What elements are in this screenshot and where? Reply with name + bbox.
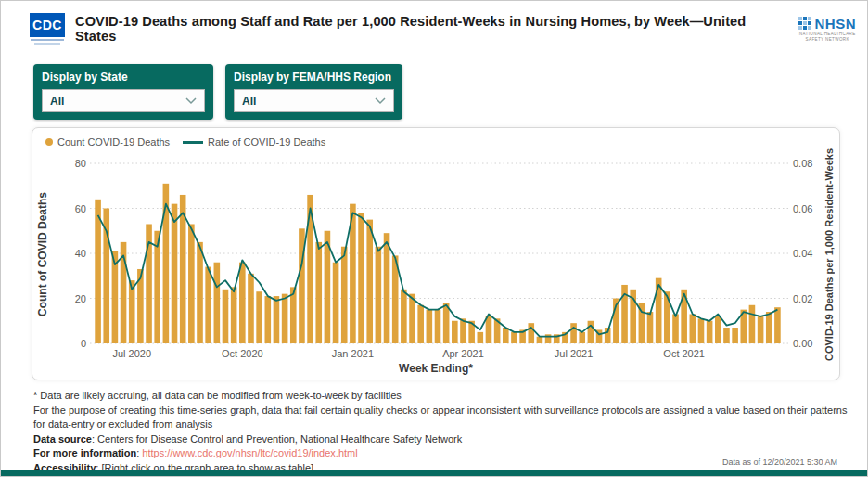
legend-item-rate[interactable]: Rate of COVID-19 Deaths bbox=[183, 136, 326, 148]
bar bbox=[579, 332, 585, 343]
right-axis-tick: 0.00 bbox=[793, 338, 812, 349]
filter-panel-state: Display by State All bbox=[33, 64, 213, 120]
cdc-logo-tagline-line bbox=[31, 39, 64, 41]
footnote-accruing: * Data are likely accruing, all data can… bbox=[33, 389, 849, 404]
right-axis-tick: 0.02 bbox=[793, 293, 812, 304]
bar bbox=[188, 224, 195, 343]
bar bbox=[154, 231, 160, 343]
x-axis-title: Week Ending* bbox=[32, 362, 839, 375]
bar bbox=[376, 247, 382, 343]
bar bbox=[315, 242, 322, 343]
bar bbox=[486, 316, 492, 343]
bar bbox=[452, 321, 458, 343]
filter-bar: Display by State All Display by FEMA/HHS… bbox=[33, 64, 402, 120]
bar bbox=[95, 200, 101, 343]
bar bbox=[427, 310, 433, 343]
bar bbox=[570, 323, 577, 343]
bar bbox=[366, 220, 373, 343]
state-select[interactable]: All bbox=[42, 89, 205, 112]
x-axis-tick: Oct 2021 bbox=[663, 348, 705, 359]
bar bbox=[197, 242, 203, 343]
bar bbox=[274, 296, 280, 343]
right-axis-tick: 0.04 bbox=[793, 248, 812, 259]
x-axis-tick: Jul 2020 bbox=[112, 348, 151, 359]
footnote-quality: For the purpose of creating this time-se… bbox=[33, 404, 849, 432]
bar bbox=[401, 290, 407, 343]
bar bbox=[749, 305, 756, 343]
legend-item-count[interactable]: Count COVID-19 Deaths bbox=[45, 136, 170, 148]
cdc-logo: CDC bbox=[29, 13, 66, 45]
bar bbox=[223, 290, 229, 343]
bar bbox=[231, 287, 237, 343]
chevron-down-icon bbox=[185, 97, 197, 105]
chart-canvas[interactable]: 00.00200.02400.04600.06800.08Jul 2020Oct… bbox=[40, 156, 834, 364]
data-source-text: : Centers for Disease Control and Preven… bbox=[92, 433, 462, 445]
legend-rate-label: Rate of COVID-19 Deaths bbox=[208, 136, 326, 148]
bar bbox=[214, 263, 221, 343]
bar bbox=[333, 263, 339, 343]
bar bbox=[511, 332, 517, 343]
chevron-down-icon bbox=[375, 97, 386, 105]
left-axis-tick: 40 bbox=[75, 248, 86, 259]
right-axis-tick: 0.06 bbox=[793, 203, 812, 214]
chart-legend: Count COVID-19 Deaths Rate of COVID-19 D… bbox=[32, 128, 839, 149]
bar bbox=[205, 267, 211, 343]
bar bbox=[478, 332, 484, 343]
legend-dot-icon bbox=[45, 138, 53, 146]
nhsn-subtitle: NATIONAL HEALTHCARE SAFETY NETWORK bbox=[799, 32, 856, 43]
x-axis-tick: Jul 2021 bbox=[555, 348, 594, 359]
bar bbox=[341, 247, 348, 343]
region-select[interactable]: All bbox=[234, 89, 394, 112]
data-source-label: Data source bbox=[33, 433, 92, 445]
bottom-bar bbox=[1, 470, 867, 476]
x-axis-tick: Jan 2021 bbox=[332, 348, 374, 359]
legend-line-icon bbox=[183, 141, 203, 144]
page: CDC COVID-19 Deaths among Staff and Rate… bbox=[0, 0, 868, 477]
bar bbox=[698, 318, 705, 343]
left-axis-tick: 60 bbox=[75, 203, 86, 214]
bar bbox=[672, 314, 679, 343]
x-axis-tick: Oct 2020 bbox=[222, 348, 263, 359]
bar bbox=[409, 294, 415, 343]
bar bbox=[264, 296, 271, 343]
legend-count-label: Count COVID-19 Deaths bbox=[57, 136, 170, 148]
filter-panel-region: Display by FEMA/HHS Region All bbox=[225, 64, 402, 120]
bar bbox=[774, 307, 781, 343]
bar bbox=[707, 321, 713, 343]
bar bbox=[732, 328, 738, 343]
bar bbox=[537, 337, 543, 343]
left-axis-tick: 0 bbox=[81, 338, 86, 349]
more-info-link[interactable]: https://www.cdc.gov/nhsn/ltc/covid19/ind… bbox=[142, 447, 357, 458]
bar bbox=[256, 291, 262, 343]
right-axis-tick: 0.08 bbox=[793, 158, 812, 169]
x-axis-tick: Apr 2021 bbox=[442, 348, 484, 359]
bar bbox=[248, 274, 254, 343]
more-info-label: For more information bbox=[33, 447, 136, 458]
page-title: COVID-19 Deaths among Staff and Rate per… bbox=[75, 14, 789, 44]
state-select-value: All bbox=[50, 95, 64, 108]
footnote-data-source: Data source: Centers for Disease Control… bbox=[33, 432, 849, 447]
chart-card: Count COVID-19 Deaths Rate of COVID-19 D… bbox=[32, 127, 840, 380]
region-select-value: All bbox=[242, 95, 256, 108]
filter-region-label: Display by FEMA/HHS Region bbox=[234, 71, 394, 84]
nhsn-grid-icon bbox=[798, 17, 811, 30]
bar bbox=[172, 204, 178, 343]
header: CDC COVID-19 Deaths among Staff and Rate… bbox=[29, 8, 858, 49]
bar bbox=[545, 334, 552, 343]
filter-state-label: Display by State bbox=[42, 71, 205, 84]
bar bbox=[417, 305, 424, 343]
data-as-of: Data as of 12/20/2021 5:30 AM bbox=[722, 458, 837, 467]
bar bbox=[384, 233, 390, 343]
bar bbox=[358, 213, 364, 343]
bar bbox=[239, 263, 246, 343]
nhsn-logo: NHSN NATIONAL HEALTHCARE SAFETY NETWORK bbox=[798, 16, 856, 43]
bar bbox=[723, 328, 730, 343]
bar bbox=[528, 323, 534, 343]
cdc-logo-text: CDC bbox=[30, 13, 65, 37]
nhsn-subtitle-line1: NATIONAL HEALTHCARE bbox=[799, 32, 856, 37]
bar bbox=[503, 328, 509, 343]
nhsn-logo-text: NHSN bbox=[814, 16, 856, 32]
bar bbox=[435, 310, 441, 343]
nhsn-subtitle-line2: SAFETY NETWORK bbox=[799, 37, 856, 43]
cdc-logo-tagline-line2 bbox=[34, 43, 60, 45]
